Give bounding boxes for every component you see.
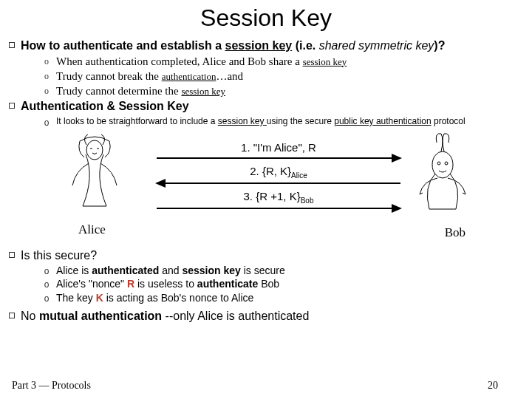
circle-bullet-icon: o <box>41 265 52 278</box>
square-bullet-icon <box>9 103 15 109</box>
svg-point-2 <box>437 162 440 165</box>
sub-bullet-explain: o It looks to be straightforward to incl… <box>41 115 519 129</box>
sub-bullet: o Alice's "nonce" R is useless to authen… <box>41 277 519 291</box>
msg1-label: 1. "I'm Alice", R <box>157 141 400 154</box>
circle-bullet-icon: o <box>41 70 52 83</box>
sub-bullet: o The key K is acting as Bob's nonce to … <box>41 291 519 305</box>
protocol-diagram: Alice Bob 1. "I'm Alice", R 2. {R, K}Ali… <box>9 131 519 246</box>
square-bullet-icon <box>9 313 15 318</box>
bullet-q-authenticate: How to authenticate and establish a sess… <box>9 38 519 54</box>
alice-label: Alice <box>78 222 106 237</box>
bob-label: Bob <box>445 225 466 240</box>
sub-text: Alice's "nonce" R is useless to authenti… <box>56 277 279 291</box>
circle-bullet-icon: o <box>41 279 52 291</box>
alice-illustration <box>58 134 132 215</box>
svg-point-3 <box>445 162 448 165</box>
circle-bullet-icon: o <box>41 55 52 69</box>
sub-bullet: o Trudy cannot break the authentication…… <box>41 69 519 83</box>
arrow-right-icon <box>157 208 400 209</box>
slide-title: Session Key <box>0 4 532 32</box>
svg-point-1 <box>432 151 453 178</box>
sub-bullet: o When authentication completed, Alice a… <box>41 54 519 69</box>
sub-text: Alice is authenticated and session key i… <box>56 264 285 278</box>
bullet-is-secure: Is this secure? <box>9 248 519 264</box>
bullet-no-mutual: No mutual authentication --only Alice is… <box>9 308 519 324</box>
arrow-left-icon <box>157 183 400 184</box>
sub-text: The key K is acting as Bob's nonce to Al… <box>56 291 253 305</box>
circle-bullet-icon: o <box>41 116 52 129</box>
svg-point-0 <box>86 140 103 160</box>
sub-bullet: o Alice is authenticated and session key… <box>41 264 519 278</box>
bob-illustration <box>402 132 483 215</box>
sub-bullet: o Trudy cannot determine the session key <box>41 83 519 98</box>
arrow-right-icon <box>157 157 400 159</box>
square-bullet-icon <box>9 42 15 48</box>
circle-bullet-icon: o <box>41 293 52 305</box>
msg3-label: 3. {R +1, K}Bob <box>157 190 400 205</box>
bullet-auth-session-key: Authentication & Session Key <box>9 98 519 115</box>
slide-footer: Part 3 — Protocols 20 <box>0 380 532 392</box>
msg2-label: 2. {R, K}Alice <box>157 165 400 180</box>
slide-body: How to authenticate and establish a sess… <box>0 38 532 324</box>
square-bullet-icon <box>9 252 15 258</box>
footer-left: Part 3 — Protocols <box>12 380 91 392</box>
slide-number: 20 <box>488 380 498 392</box>
circle-bullet-icon: o <box>41 85 52 98</box>
